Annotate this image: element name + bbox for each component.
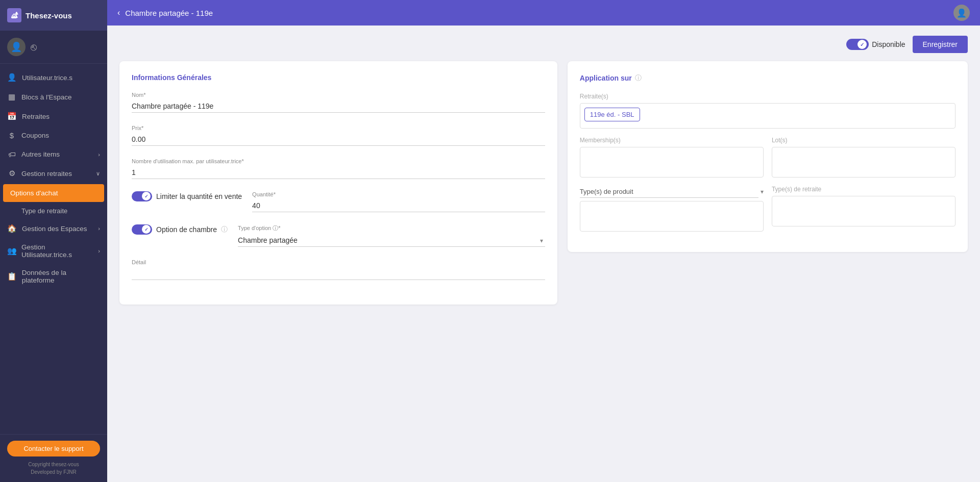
- chevron-right-icon: ›: [98, 225, 100, 232]
- type-option-label: Type d'option ⓘ*: [238, 224, 545, 232]
- option-chambre-toggle[interactable]: [132, 224, 152, 235]
- sidebar-item-donnees[interactable]: 📋 Données de la plateforme: [0, 264, 107, 289]
- types-produit-box[interactable]: [580, 201, 764, 232]
- sidebar-item-label: Options d'achat: [10, 189, 58, 197]
- enregistrer-button[interactable]: Enregistrer: [913, 36, 968, 53]
- chevron-right-icon: ›: [98, 248, 100, 254]
- sidebar-item-utilisateurs[interactable]: 👤 Utilisateur.trice.s: [0, 68, 107, 87]
- support-button[interactable]: Contacter le support: [7, 441, 100, 456]
- topbar: ‹ Chambre partagée - 119e 👤: [107, 0, 980, 26]
- page-body: Disponible Enregistrer Informations Géné…: [107, 26, 980, 482]
- memberships-box[interactable]: [580, 147, 764, 177]
- app-logo: 🏕 Thesez-vous: [0, 0, 107, 31]
- sidebar-user-area: 👤 ⎋: [0, 31, 107, 64]
- prix-field: Prix*: [132, 125, 545, 146]
- retraites-box[interactable]: 119e éd. - SBL: [580, 103, 955, 129]
- types-produit-select[interactable]: Type(s) de produit: [580, 186, 758, 198]
- app-name: Thesez-vous: [26, 11, 72, 20]
- toolbar-row: Disponible Enregistrer: [119, 36, 968, 53]
- quantite-input[interactable]: [252, 199, 545, 212]
- user-avatar: 👤: [953, 5, 970, 21]
- type-option-field: Type d'option ⓘ* Chambre partagée Chambr…: [238, 224, 545, 247]
- card-title-general: Informations Générales: [132, 73, 545, 82]
- quantite-field: Quantité*: [252, 191, 545, 212]
- sidebar-item-coupons[interactable]: $ Coupons: [0, 126, 107, 145]
- limiter-label: Limiter la quantité en vente: [156, 192, 242, 200]
- memberships-label: Membership(s): [580, 137, 764, 144]
- sidebar-item-label: Gestion Utilisateur.trice.s: [21, 243, 93, 259]
- disponible-toggle-label: Disponible: [846, 39, 905, 50]
- group-icon: 👥: [7, 246, 16, 256]
- topbar-user: 👤: [953, 5, 970, 21]
- chevron-down-icon: ▾: [761, 188, 764, 195]
- footer-copyright: Copyright thesez-vous Developed by FJNR: [7, 461, 100, 476]
- types-row: Type(s) de produit ▾ Type(s) de retraite: [580, 186, 955, 232]
- disponible-toggle[interactable]: [846, 39, 869, 50]
- autres-icon: 🏷: [7, 150, 16, 159]
- sidebar-item-label: Utilisateur.trice.s: [22, 74, 72, 82]
- sidebar-item-label: Autres items: [21, 150, 60, 158]
- sidebar-item-label: Type de retraite: [21, 207, 67, 215]
- avatar: 👤: [7, 38, 26, 56]
- back-button[interactable]: ‹: [117, 8, 120, 17]
- general-info-card: Informations Générales Nom* Prix* Nombre…: [119, 61, 557, 305]
- chevron-down-icon: ∨: [96, 170, 100, 177]
- limiter-toggle-item: Limiter la quantité en vente: [132, 191, 242, 201]
- sidebar-footer: Contacter le support Copyright thesez-vo…: [0, 434, 107, 482]
- main-content: ‹ Chambre partagée - 119e 👤 Disponible E…: [107, 0, 980, 482]
- card-title-application: Application sur: [580, 74, 632, 82]
- cards-row: Informations Générales Nom* Prix* Nombre…: [119, 61, 968, 305]
- quantite-label: Quantité*: [252, 191, 545, 197]
- sidebar-nav: 👤 Utilisateur.trice.s ▦ Blocs à l'Espace…: [0, 64, 107, 434]
- types-produit-col: Type(s) de produit ▾: [580, 186, 764, 232]
- sidebar-item-options-achat[interactable]: Options d'achat: [3, 184, 104, 202]
- sidebar-item-gestion-utilisateurs[interactable]: 👥 Gestion Utilisateur.trice.s ›: [0, 238, 107, 264]
- application-info-icon: ⓘ: [635, 73, 642, 83]
- sidebar-item-label: Retraites: [22, 113, 50, 120]
- types-retraite-col: Type(s) de retraite: [772, 186, 955, 232]
- espaces-icon: 🏠: [7, 224, 17, 233]
- nom-label: Nom*: [132, 92, 545, 98]
- logout-icon[interactable]: ⎋: [31, 41, 37, 53]
- types-retraite-label: Type(s) de retraite: [772, 186, 955, 193]
- sidebar-item-retraites[interactable]: 📅 Retraites: [0, 107, 107, 126]
- detail-field: Détail: [132, 259, 545, 280]
- sidebar-item-label: Coupons: [21, 132, 49, 139]
- detail-label: Détail: [132, 259, 545, 265]
- lots-label: Lot(s): [772, 137, 955, 144]
- disponible-label: Disponible: [872, 40, 905, 48]
- type-option-select[interactable]: Chambre partagée Chambre individuelle Au…: [238, 234, 545, 247]
- max-input[interactable]: [132, 166, 545, 179]
- nom-field: Nom*: [132, 92, 545, 113]
- sidebar-item-gestion-espaces[interactable]: 🏠 Gestion des Espaces ›: [0, 219, 107, 238]
- chevron-right-icon: ›: [98, 151, 100, 158]
- max-label: Nombre d'utilisation max. par utilisateu…: [132, 158, 545, 164]
- retraite-selected-tag: 119e éd. - SBL: [584, 108, 640, 121]
- sidebar-item-label: Gestion des Espaces: [22, 225, 87, 233]
- sidebar-item-type-retraite[interactable]: Type de retraite: [0, 203, 107, 219]
- logo-icon: 🏕: [7, 8, 21, 22]
- option-chambre-info-icon: ⓘ: [221, 225, 228, 234]
- page-title: Chambre partagée - 119e: [125, 9, 213, 17]
- sidebar-item-label: Gestion retraites: [21, 170, 72, 177]
- retraites-label: Retraite(s): [580, 93, 955, 100]
- option-chambre-toggle-item: Option de chambre ⓘ: [132, 224, 228, 235]
- types-retraite-box[interactable]: [772, 196, 955, 226]
- detail-input[interactable]: [132, 267, 545, 280]
- max-field: Nombre d'utilisation max. par utilisateu…: [132, 158, 545, 179]
- sidebar-item-blocs[interactable]: ▦ Blocs à l'Espace: [0, 87, 107, 107]
- nom-input[interactable]: [132, 100, 545, 113]
- sidebar-item-label: Blocs à l'Espace: [21, 93, 72, 101]
- prix-input[interactable]: [132, 133, 545, 146]
- limiter-row: Limiter la quantité en vente Quantité*: [132, 191, 545, 212]
- users-icon: 👤: [7, 73, 17, 82]
- sidebar-item-autres[interactable]: 🏷 Autres items ›: [0, 145, 107, 164]
- data-icon: 📋: [7, 272, 17, 281]
- lots-col: Lot(s): [772, 137, 955, 177]
- memberships-col: Membership(s): [580, 137, 764, 177]
- retraites-icon: 📅: [7, 112, 17, 121]
- limiter-toggle[interactable]: [132, 191, 152, 201]
- coupons-icon: $: [7, 131, 16, 140]
- lots-box[interactable]: [772, 147, 955, 177]
- sidebar-item-gestion-retraites[interactable]: ⚙ Gestion retraites ∨: [0, 164, 107, 183]
